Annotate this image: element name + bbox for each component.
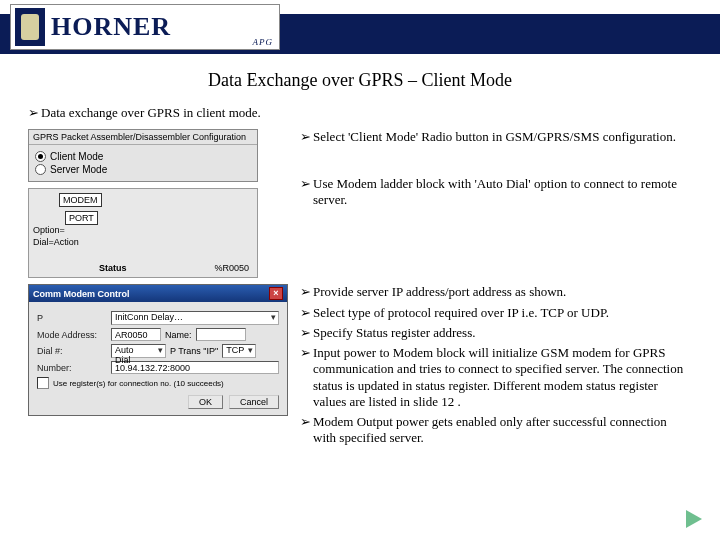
point-text: Modem Output power gets enabled only aft…	[313, 414, 692, 447]
bullet-icon: ➢	[28, 105, 39, 121]
brand-mark-icon	[15, 8, 45, 46]
radio-server-mode[interactable]: Server Mode	[35, 164, 251, 175]
point-ip-port: ➢ Provide server IP address/port address…	[300, 284, 692, 300]
mode-label: Mode Address:	[37, 330, 107, 340]
proto-select[interactable]: TCP	[222, 344, 256, 358]
bullet-icon: ➢	[300, 284, 311, 300]
proto-label: P Trans "IP"	[170, 346, 218, 356]
gprs-config-panel: GPRS Packet Assembler/Disassembler Confi…	[28, 129, 258, 182]
dialog-titlebar: Comm Modem Control ×	[29, 285, 287, 302]
dial-select[interactable]: Auto Dial	[111, 344, 166, 358]
p-label: P	[37, 313, 107, 323]
point-text: Provide server IP address/port address a…	[313, 284, 566, 300]
radio-off-icon	[35, 164, 46, 175]
point-use-modem: ➢ Use Modem ladder block with 'Auto Dial…	[300, 176, 692, 209]
dial-label: Dial #:	[37, 346, 107, 356]
number-input[interactable]: 10.94.132.72:8000	[111, 361, 279, 374]
point-text: Input power to Modem block will initiali…	[313, 345, 692, 410]
radio-server-label: Server Mode	[50, 164, 107, 175]
point-select-client: ➢ Select 'Client Mode' Radio button in G…	[300, 129, 692, 145]
intro-text: Data exchange over GPRS in client mode.	[41, 105, 261, 121]
number-label: Number:	[37, 363, 107, 373]
point-text: Select type of protocol required over IP…	[313, 305, 609, 321]
point-text: Use Modem ladder block with 'Auto Dial' …	[313, 176, 692, 209]
ladder-block: MODEM PORT Option= Dial=Action Status %R…	[28, 188, 258, 278]
bullet-icon: ➢	[300, 414, 311, 430]
header: HORNER APG	[0, 0, 720, 54]
next-slide-icon[interactable]	[686, 510, 702, 528]
ok-button[interactable]: OK	[188, 395, 223, 409]
ladder-status: Status	[99, 263, 127, 273]
bullet-icon: ➢	[300, 345, 311, 361]
name-label: Name:	[165, 330, 192, 340]
dialog-title-text: Comm Modem Control	[33, 289, 130, 299]
intro-line: ➢ Data exchange over GPRS in client mode…	[28, 105, 692, 121]
point-input-power: ➢ Input power to Modem block will initia…	[300, 345, 692, 410]
use-register-checkbox[interactable]	[37, 377, 49, 389]
mode-input[interactable]: AR0050	[111, 328, 161, 341]
radio-on-icon	[35, 151, 46, 162]
ladder-port: PORT	[65, 211, 98, 225]
cancel-button[interactable]: Cancel	[229, 395, 279, 409]
bullet-icon: ➢	[300, 129, 311, 145]
bullet-icon: ➢	[300, 325, 311, 341]
point-output-power: ➢ Modem Output power gets enabled only a…	[300, 414, 692, 447]
point-protocol: ➢ Select type of protocol required over …	[300, 305, 692, 321]
point-text: Specify Status register address.	[313, 325, 475, 341]
modem-control-dialog: Comm Modem Control × P InitConn Delay… M…	[28, 284, 288, 416]
radio-client-mode[interactable]: Client Mode	[35, 151, 251, 162]
p-select[interactable]: InitConn Delay…	[111, 311, 279, 325]
close-icon[interactable]: ×	[269, 287, 283, 300]
page-content: ➢ Data exchange over GPRS in client mode…	[0, 105, 720, 451]
point-text: Select 'Client Mode' Radio button in GSM…	[313, 129, 676, 145]
radio-client-label: Client Mode	[50, 151, 103, 162]
bullet-icon: ➢	[300, 305, 311, 321]
brand-name: HORNER	[51, 14, 171, 40]
use-register-label: Use register(s) for connection no. (10 s…	[53, 379, 224, 388]
ladder-modem: MODEM	[59, 193, 102, 207]
page-title: Data Exchange over GPRS – Client Mode	[0, 70, 720, 91]
name-input[interactable]	[196, 328, 246, 341]
ladder-reg: %R0050	[214, 263, 249, 273]
ladder-option: Option=	[33, 225, 65, 235]
brand-logo: HORNER APG	[10, 4, 280, 50]
brand-sub: APG	[253, 37, 274, 47]
gprs-config-title: GPRS Packet Assembler/Disassembler Confi…	[29, 130, 257, 145]
point-status-reg: ➢ Specify Status register address.	[300, 325, 692, 341]
bullet-icon: ➢	[300, 176, 311, 192]
ladder-dial: Dial=Action	[33, 237, 79, 247]
